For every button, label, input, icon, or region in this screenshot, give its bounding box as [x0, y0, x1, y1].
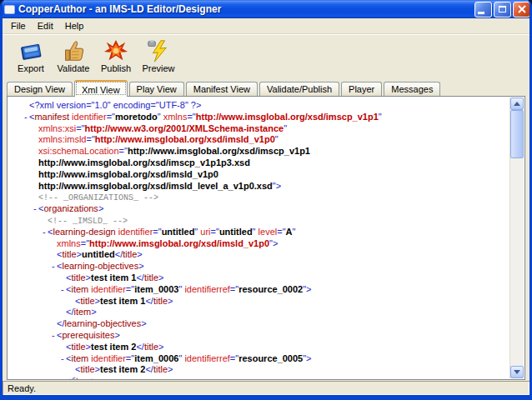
- xml-token-v: item_0006: [134, 353, 178, 363]
- xml-token-x: <?xml version="1.0" encoding="UTF-8" ?>: [29, 100, 201, 110]
- xml-line: -<item identifier="item_0006" identifier…: [8, 353, 509, 365]
- scrollbar-thumb[interactable]: [510, 110, 524, 158]
- title-bar[interactable]: CopperAuthor - an IMS-LD Editor/Designer: [0, 0, 532, 18]
- tab-validate-publish[interactable]: Validate/Publish: [259, 82, 339, 96]
- xml-token-p: ">: [269, 238, 278, 248]
- xml-token-a: identifierref: [182, 353, 229, 363]
- xml-token-p: =": [126, 284, 134, 294]
- xml-token-p: </: [136, 272, 143, 282]
- xml-token-p: =": [230, 353, 238, 363]
- export-button[interactable]: Export: [11, 38, 51, 77]
- xml-token-e: title: [62, 249, 76, 259]
- xml-token-e: title: [80, 296, 94, 306]
- app-icon: [4, 5, 15, 14]
- tab-player[interactable]: Player: [341, 82, 382, 96]
- xml-view[interactable]: <?xml version="1.0" encoding="UTF-8" ?>-…: [8, 97, 509, 379]
- xml-token-v: http://www.imsglobal.org/xsd/imsld_v1p0: [38, 169, 218, 179]
- status-text: Ready.: [8, 383, 36, 393]
- xml-token-p: >: [137, 249, 142, 259]
- xml-token-u: http://www.imsglobal.org/xsd/imsld_v1p0: [95, 134, 275, 144]
- xml-token-a: uri: [198, 227, 210, 237]
- xml-token-p: >: [98, 203, 103, 213]
- xml-token-a: xmlns: [161, 112, 188, 122]
- xml-token-p: >: [91, 376, 96, 379]
- xml-token-u: http://www.imsglobal.org/xsd/imsld_v1p0: [89, 238, 269, 248]
- xml-token-e: title: [80, 364, 94, 374]
- xml-token-a: xmlns: [57, 238, 81, 248]
- toolbar-button-label: Publish: [101, 63, 131, 74]
- xml-line: <?xml version="1.0" encoding="UTF-8" ?>: [8, 100, 509, 112]
- status-bar: Ready.: [3, 381, 529, 395]
- export-book-icon: [18, 38, 43, 63]
- publish-button[interactable]: Publish: [96, 38, 136, 77]
- xml-token-p: ">: [303, 353, 311, 363]
- toolbar-button-label: Preview: [142, 63, 174, 74]
- validate-button[interactable]: Validate: [53, 38, 93, 77]
- toolbar: Export Validate Publish Previ: [3, 34, 529, 78]
- xml-token-e: manifest: [34, 112, 69, 122]
- xml-token-v: http://www.imsglobal.org/xsd/imsld_level…: [38, 181, 273, 191]
- minimize-icon: [478, 12, 484, 14]
- tab-play-view[interactable]: Play View: [129, 82, 184, 96]
- xml-token-p: >: [158, 342, 163, 352]
- tab-bar: Design View Xml View Play View Manifest …: [3, 78, 529, 96]
- window-controls: [474, 2, 530, 18]
- menu-edit[interactable]: Edit: [32, 19, 59, 32]
- xml-line: http://www.imsglobal.org/xsd/imscp_v1p1p…: [8, 158, 509, 169]
- xml-line: -<item identifier="item_0003" identifier…: [8, 284, 509, 296]
- xml-token-p: ": [284, 123, 287, 133]
- xml-token-a: xsi:schemaLocation: [38, 146, 119, 156]
- xml-token-e: title: [123, 249, 137, 259]
- menu-help[interactable]: Help: [59, 19, 90, 32]
- xml-line: <title>test item 2</title>: [8, 342, 509, 353]
- xml-token-p: =": [153, 227, 161, 237]
- xml-token-p: </: [136, 342, 143, 352]
- xml-line: -<manifest identifier="moretodo" xmlns="…: [8, 112, 509, 123]
- xml-token-a: identifier: [88, 353, 126, 363]
- xml-line: xsi:schemaLocation="http://www.imsglobal…: [8, 146, 509, 158]
- xml-token-t: test item 1: [91, 272, 136, 282]
- xml-token-p: ": [379, 112, 382, 122]
- preview-button[interactable]: Preview: [138, 38, 178, 77]
- xml-token-v: untitled: [162, 227, 195, 237]
- tab-messages[interactable]: Messages: [384, 82, 440, 96]
- window-title: CopperAuthor - an IMS-LD Editor/Designer: [18, 3, 474, 15]
- xml-token-p: >: [138, 261, 143, 271]
- xml-token-e: title: [71, 342, 85, 352]
- xml-token-t: test item 1: [100, 296, 145, 306]
- vertical-scrollbar[interactable]: [509, 98, 524, 378]
- close-icon: [518, 5, 526, 13]
- xml-line: http://www.imsglobal.org/xsd/imsld_v1p0: [8, 169, 509, 181]
- xml-token-p: =": [126, 353, 134, 363]
- xml-token-e: learning-objectives: [64, 318, 141, 328]
- xml-token-p: ": [275, 134, 279, 144]
- xml-token-e: item: [71, 353, 88, 363]
- tab-design-view[interactable]: Design View: [7, 82, 73, 96]
- maximize-button[interactable]: [494, 2, 511, 18]
- xml-token-e: title: [153, 364, 168, 374]
- xml-line: xmlns="http://www.imsglobal.org/xsd/imsl…: [8, 238, 509, 250]
- xml-token-a: identifierref: [182, 284, 229, 294]
- menu-file[interactable]: File: [5, 19, 32, 32]
- xml-line: <!-- _ORGANIZATIONS_ -->: [8, 192, 509, 203]
- scroll-up-icon: [514, 102, 520, 106]
- xml-token-e: prerequisites: [62, 330, 114, 340]
- scroll-down-button[interactable]: [510, 366, 524, 378]
- xml-token-v: moretodo: [115, 112, 158, 122]
- xml-line: </item>: [8, 376, 509, 379]
- xml-token-a: identifier: [69, 112, 107, 122]
- close-button[interactable]: [513, 2, 530, 18]
- xml-token-p: =": [119, 146, 128, 156]
- xml-token-p: >: [114, 330, 119, 340]
- tab-xml-view[interactable]: Xml View: [74, 80, 128, 97]
- xml-token-p: =": [277, 227, 285, 237]
- minimize-button[interactable]: [474, 2, 492, 18]
- tab-manifest-view[interactable]: Manifest View: [186, 82, 258, 96]
- xml-token-e: title: [144, 342, 158, 352]
- xml-token-p: =": [76, 123, 84, 133]
- scroll-up-button[interactable]: [510, 98, 524, 110]
- xml-token-v: untitled: [219, 227, 253, 237]
- xml-token-v: resource_0002: [238, 284, 303, 294]
- xml-token-p: =": [81, 238, 89, 248]
- xml-token-e: title: [71, 272, 85, 282]
